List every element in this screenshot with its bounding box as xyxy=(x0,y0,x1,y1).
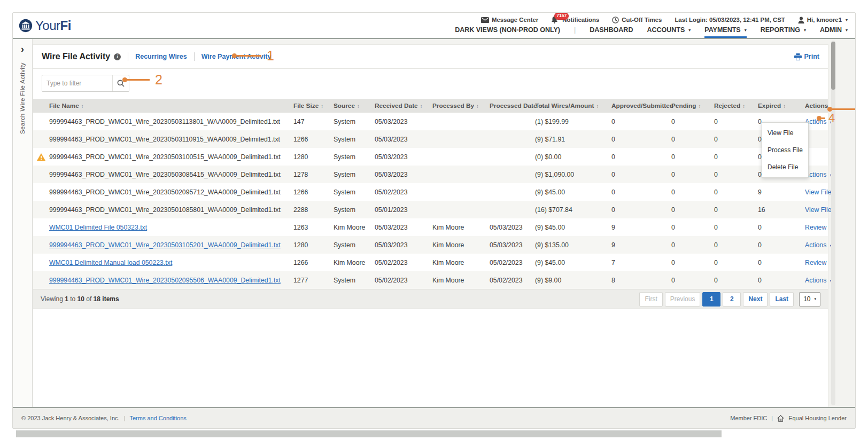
source-cell: System xyxy=(334,118,375,125)
actions-cell: Actions ▾ xyxy=(805,277,829,284)
actions-cell: Review ▾ xyxy=(805,259,829,266)
column-header-approved-submitted[interactable]: Approved/Submitted↕ xyxy=(611,102,671,109)
pending-cell: 0 xyxy=(671,241,714,249)
filter-input[interactable] xyxy=(42,80,112,87)
separator xyxy=(194,52,195,61)
pagination-page-1[interactable]: 1 xyxy=(702,292,720,307)
column-header-received-date[interactable]: Received Date↕ xyxy=(375,102,432,109)
total-wires-amount-cell: (9) $45.00 xyxy=(535,259,611,266)
source-cell: System xyxy=(334,277,375,284)
actions-dropdown-menu: View FileProcess FileDelete File xyxy=(762,122,809,178)
table-row: WMC01 Delimited Manual load 050223.txt 1… xyxy=(33,254,828,271)
column-header-rejected[interactable]: Rejected↕ xyxy=(714,102,758,109)
column-header-file-name[interactable]: File Name↕ xyxy=(33,102,293,109)
column-header-total-wires-amount[interactable]: Total Wires/Amount↕ xyxy=(535,102,611,109)
pagination-previous[interactable]: Previous xyxy=(665,292,701,307)
file-size-cell: 2288 xyxy=(293,206,334,214)
envelope-icon xyxy=(481,17,489,23)
file-name-link[interactable]: WMC01 Delimited File 050323.txt xyxy=(49,224,147,231)
total-wires-amount-cell: (0) $0.00 xyxy=(535,153,611,161)
row-action-view-file[interactable]: View File xyxy=(805,206,832,214)
file-size-cell: 1280 xyxy=(293,241,334,249)
received-date-cell: 05/02/2023 xyxy=(375,259,432,266)
nav-payments[interactable]: PAYMENTS▾ xyxy=(704,26,746,38)
column-header-file-size[interactable]: File Size↕ xyxy=(293,102,334,109)
nav-dashboard[interactable]: DASHBOARD xyxy=(590,26,633,38)
search-icon[interactable] xyxy=(112,75,129,91)
pending-cell: 0 xyxy=(671,171,714,178)
print-button[interactable]: Print xyxy=(794,53,819,60)
pending-cell: 0 xyxy=(671,188,714,196)
main-nav: DARK VIEWS (NON-PROD ONLY)|DASHBOARDACCO… xyxy=(455,26,848,38)
menu-item-delete-file[interactable]: Delete File xyxy=(762,159,808,176)
approved-submitted-cell: 0 xyxy=(611,136,671,143)
menu-item-process-file[interactable]: Process File xyxy=(762,142,808,159)
row-actions-menu-button[interactable]: Actions xyxy=(805,241,826,249)
actions-cell: View File ▾ xyxy=(805,206,829,214)
scrollbar[interactable] xyxy=(831,41,835,405)
terms-link[interactable]: Terms and Conditions xyxy=(129,415,186,421)
file-size-cell: 1277 xyxy=(293,277,334,284)
sort-icon: ↕ xyxy=(420,103,423,109)
message-center-link[interactable]: Message Center xyxy=(481,17,538,23)
copyright-text: © 2023 Jack Henry & Associates, Inc. xyxy=(21,415,120,421)
pagination-last[interactable]: Last xyxy=(770,292,794,307)
page-background: { "header": { "brand": {"your": "Your", … xyxy=(0,0,868,440)
column-header-processed-by[interactable]: Processed By↕ xyxy=(432,102,490,109)
column-header-source[interactable]: Source↕ xyxy=(334,102,375,109)
nav-accounts[interactable]: ACCOUNTS▾ xyxy=(647,26,691,38)
file-name-link[interactable]: 999994463_PROD_WMC01_Wire_20230502095506… xyxy=(49,277,281,284)
row-actions-menu-button[interactable]: Actions xyxy=(805,277,826,284)
rejected-cell: 0 xyxy=(714,171,758,178)
approved-submitted-cell: 0 xyxy=(611,206,671,214)
brand-text: YourFi xyxy=(35,18,71,33)
expand-chevron-icon[interactable]: › xyxy=(21,44,24,54)
row-action-view-file[interactable]: View File xyxy=(805,188,832,196)
pagination-page-2[interactable]: 2 xyxy=(723,292,741,307)
file-name-link[interactable]: 999994463_PROD_WMC01_Wire_20230503105201… xyxy=(49,241,281,249)
user-menu[interactable]: Hi, kmoore1 ▾ xyxy=(798,17,848,23)
processed-date-cell: 05/03/2023 xyxy=(490,241,535,249)
pending-cell: 0 xyxy=(671,136,714,143)
actions-cell: Review ▾ xyxy=(805,224,829,231)
expired-cell: 0 xyxy=(758,277,805,284)
nav-dark-views-non-prod-only[interactable]: DARK VIEWS (NON-PROD ONLY) xyxy=(455,26,560,38)
row-action-review[interactable]: Review xyxy=(805,259,826,266)
received-date-cell: 05/03/2023 xyxy=(375,241,432,249)
processed-by-cell: Kim Moore xyxy=(432,241,490,249)
message-center-label: Message Center xyxy=(492,17,538,23)
rejected-cell: 0 xyxy=(714,277,758,284)
file-name-text: 999994463_PROD_WMC01_Wire_20230503113801… xyxy=(49,118,280,125)
source-cell: System xyxy=(334,136,375,143)
row-action-review[interactable]: Review xyxy=(805,224,826,231)
chevron-down-icon: ▾ xyxy=(745,28,747,33)
column-header-pending[interactable]: Pending↕ xyxy=(671,102,714,109)
cutoff-times-link[interactable]: Cut-Off Times xyxy=(612,17,662,23)
notifications-link[interactable]: 7157 Notifications xyxy=(551,16,599,23)
rejected-cell: 0 xyxy=(714,259,758,266)
chevron-down-icon: ▾ xyxy=(846,28,848,33)
pagination-next[interactable]: Next xyxy=(743,292,768,307)
menu-item-view-file[interactable]: View File xyxy=(762,124,808,142)
tab-wire-payment-activity[interactable]: Wire Payment Activity xyxy=(201,53,272,60)
search-panel-tab[interactable]: › Search Wire File Activity xyxy=(13,39,33,407)
nav-reporting[interactable]: REPORTING▾ xyxy=(761,26,806,38)
scrollbar-thumb[interactable] xyxy=(831,42,835,90)
file-name-link[interactable]: WMC01 Delimited Manual load 050223.txt xyxy=(49,259,172,266)
pagination-bar: Viewing 1 to 10 of 18 items First Previo… xyxy=(33,289,828,309)
chevron-down-icon: ▾ xyxy=(814,297,816,301)
column-header-processed-date[interactable]: Processed Date▼ xyxy=(490,102,535,109)
nav-admin[interactable]: ADMIN▾ xyxy=(820,26,848,38)
page-size-select[interactable]: 10 ▾ xyxy=(799,292,820,307)
column-header-expired[interactable]: Expired↕ xyxy=(758,102,805,109)
table-row: 999994463_PROD_WMC01_Wire_20230502095712… xyxy=(33,183,828,201)
table-row: 999994463_PROD_WMC01_Wire_20230503105201… xyxy=(33,236,828,254)
received-date-cell: 05/02/2023 xyxy=(375,277,432,284)
rejected-cell: 0 xyxy=(714,188,758,196)
file-size-cell: 1266 xyxy=(293,188,334,196)
tab-recurring-wires[interactable]: Recurring Wires xyxy=(135,53,187,60)
yourfi-logo[interactable]: YourFi xyxy=(18,13,71,38)
table-row: 999994463_PROD_WMC01_Wire_20230502095506… xyxy=(33,271,828,289)
pagination-first[interactable]: First xyxy=(639,292,662,307)
info-icon[interactable]: i xyxy=(114,53,121,60)
